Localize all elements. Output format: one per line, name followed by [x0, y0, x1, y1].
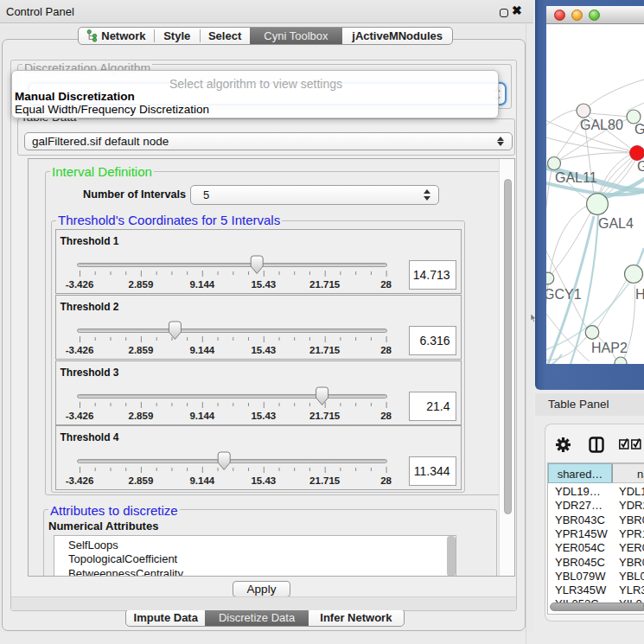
- svg-text:H: H: [635, 287, 644, 302]
- svg-text:HAP2: HAP2: [591, 341, 628, 355]
- svg-text:G: G: [637, 159, 644, 174]
- svg-text:GA: GA: [634, 122, 644, 137]
- svg-text:GAL11: GAL11: [555, 170, 597, 185]
- svg-text:GCY1: GCY1: [546, 287, 582, 302]
- svg-text:GAL4: GAL4: [598, 216, 634, 231]
- svg-text:GAL80: GAL80: [580, 118, 623, 132]
